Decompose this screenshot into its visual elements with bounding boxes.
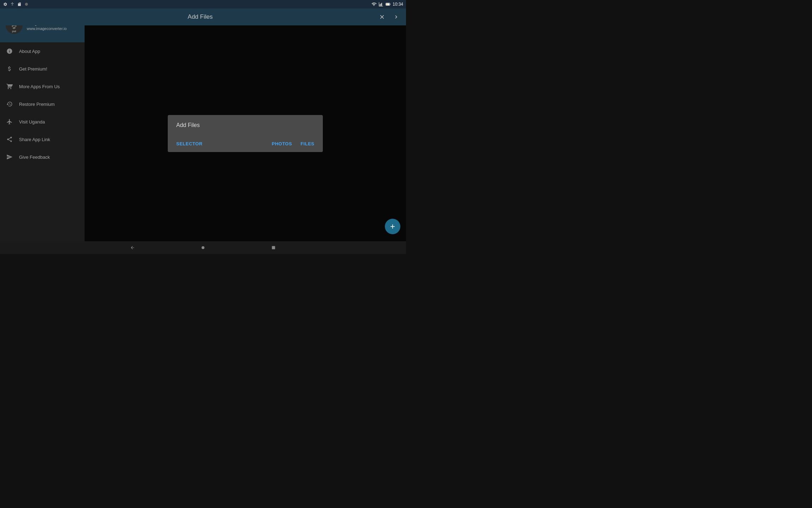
sidebar-item-more-apps[interactable]: More Apps From Us (0, 78, 85, 95)
drawer-app-url: www.imageconverter.io (27, 26, 67, 31)
about-app-label: About App (19, 49, 40, 54)
fab-button[interactable]: + (385, 219, 400, 234)
battery-icon: ⚡ (386, 2, 390, 7)
cart-icon (6, 83, 13, 90)
dollar-icon (6, 65, 13, 73)
sidebar-item-about-app[interactable]: About App (0, 42, 85, 60)
dialog-title: Add Files (176, 122, 314, 128)
close-button[interactable] (378, 13, 386, 21)
add-files-dialog: Add Files SELECTOR PHOTOS FILES (168, 115, 323, 152)
give-feedback-label: Give Feedback (19, 155, 50, 160)
photos-button[interactable]: PHOTOS (272, 138, 292, 149)
svg-rect-2 (380, 4, 380, 6)
svg-rect-6 (390, 4, 390, 5)
sidebar-item-share-app[interactable]: Share App Link (0, 131, 85, 148)
more-apps-label: More Apps From Us (19, 84, 60, 89)
bottom-nav (0, 241, 406, 254)
recent-button[interactable] (270, 244, 277, 251)
sidebar-item-visit-uganda[interactable]: Visit Uganda (0, 113, 85, 131)
circle-icon (24, 2, 29, 7)
sd-card-icon (17, 2, 22, 7)
selector-button[interactable]: SELECTOR (176, 138, 203, 149)
home-button[interactable] (199, 244, 207, 251)
svg-point-1 (25, 3, 28, 6)
sidebar-item-restore-premium[interactable]: Restore Premium (0, 95, 85, 113)
settings-icon (3, 2, 8, 7)
svg-rect-3 (381, 4, 381, 6)
svg-point-0 (12, 2, 13, 3)
get-premium-label: Get Premium! (19, 66, 47, 72)
drawer-items: About App Get Premium! More Apps From Us (0, 42, 85, 241)
sidebar-item-get-premium[interactable]: Get Premium! (0, 60, 85, 78)
app-bar-title: Add Files (23, 13, 378, 20)
back-button[interactable] (129, 244, 136, 251)
sidebar-item-give-feedback[interactable]: Give Feedback (0, 148, 85, 166)
share-app-label: Share App Link (19, 137, 50, 142)
signal-icon (379, 2, 383, 7)
svg-point-9 (202, 246, 204, 249)
plane-icon (6, 118, 13, 126)
main-content: Add Files SELECTOR PHOTOS FILES + (85, 25, 406, 241)
files-button[interactable]: FILES (301, 138, 314, 149)
svg-rect-4 (381, 3, 382, 6)
dialog-btn-right: PHOTOS FILES (272, 138, 314, 149)
send-icon (6, 153, 13, 161)
restore-premium-label: Restore Premium (19, 102, 55, 107)
status-bar-right: ⚡ 10:34 (371, 2, 403, 7)
app-bar-actions (378, 13, 400, 21)
share-icon (6, 135, 13, 143)
drawer: rawpngjpegtiffpsd Image Converter www.im… (0, 8, 85, 241)
restore-icon (6, 100, 13, 108)
status-bar: ⚡ 10:34 (0, 0, 406, 8)
svg-rect-10 (272, 246, 275, 249)
clock: 10:34 (393, 2, 403, 7)
app-bar: Add Files (0, 8, 406, 25)
forward-button[interactable] (392, 13, 400, 21)
accessibility-icon (10, 2, 15, 7)
dialog-actions: SELECTOR PHOTOS FILES (176, 135, 314, 149)
wifi-icon (371, 2, 376, 7)
info-icon (6, 47, 13, 55)
visit-uganda-label: Visit Uganda (19, 119, 45, 125)
dialog-overlay: Add Files SELECTOR PHOTOS FILES (85, 25, 406, 241)
status-bar-left (3, 2, 29, 7)
